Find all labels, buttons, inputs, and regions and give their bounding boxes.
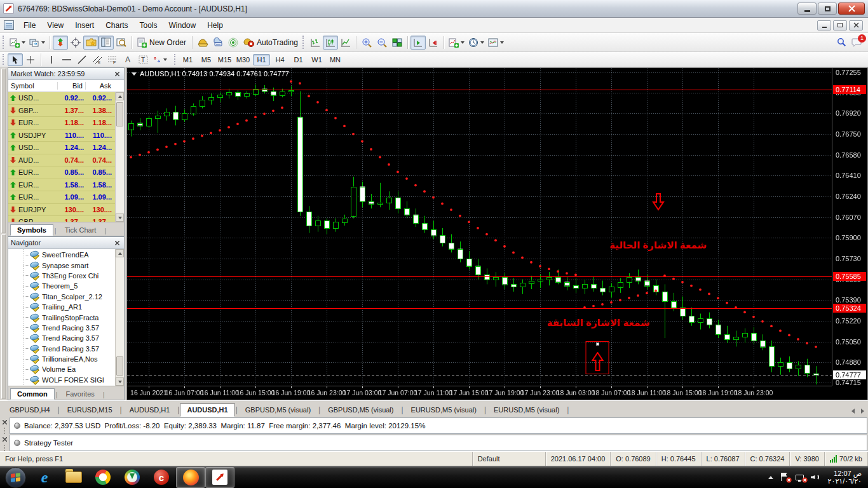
market-watch-row[interactable]: USDJPY110....110.... [8, 130, 124, 142]
chart-tab-3[interactable]: AUDUSD,H1 [180, 403, 234, 417]
templates-button[interactable] [486, 36, 506, 50]
navigator-item[interactable]: Trend Racing 3.57 [8, 333, 124, 343]
candlestick-chart-button[interactable] [323, 36, 338, 50]
menu-item-insert[interactable]: Insert [69, 19, 100, 32]
timeframe-w1[interactable]: W1 [308, 54, 325, 65]
arrows-dropdown-caret[interactable] [163, 58, 167, 61]
scroll-up-icon[interactable] [116, 249, 124, 257]
market-watch-row[interactable]: EURJPY130....130.... [8, 204, 124, 217]
column-symbol[interactable]: Symbol [8, 82, 58, 90]
templates-dropdown-caret[interactable] [500, 41, 504, 44]
chart-window-icon[interactable] [4, 20, 14, 30]
annotation-selection-handle[interactable] [596, 342, 599, 346]
scripts-button[interactable] [210, 36, 226, 50]
market-watch-toggle-button[interactable] [98, 36, 114, 50]
maximize-button[interactable] [818, 3, 837, 15]
chart-tab-1[interactable]: EURUSD,M15 [60, 403, 119, 417]
child-close-button[interactable] [849, 20, 863, 30]
market-watch-row[interactable]: GBP...1.37...1.37... [8, 216, 124, 222]
favorites-folder-button[interactable] [83, 36, 98, 50]
navigator-item[interactable]: TrailingStopFracta [8, 312, 124, 322]
tester-grip[interactable] [0, 435, 10, 451]
market-watch-row[interactable]: EUR...1.09...1.09... [8, 191, 124, 204]
menu-item-window[interactable]: Window [163, 19, 202, 32]
column-bid[interactable]: Bid [58, 82, 86, 90]
auto-scroll-button[interactable] [410, 36, 426, 50]
navigator-item[interactable]: WOLF FOREX SIGI [8, 375, 124, 385]
close-button[interactable] [838, 3, 865, 15]
timeframe-m15[interactable]: M15 [216, 54, 233, 65]
market-watch-titlebar[interactable]: Market Watch: 23:59:59 [8, 68, 124, 80]
cursor-button[interactable] [8, 53, 23, 66]
scroll-thumb[interactable] [116, 102, 123, 126]
action-center-flag-icon[interactable] [779, 473, 789, 482]
firefox-icon[interactable] [176, 467, 205, 488]
tabs-scroll-left-icon[interactable] [851, 409, 855, 414]
chat-icon[interactable]: 1 [851, 38, 862, 47]
market-watch-row[interactable]: AUD...0.74...0.74... [8, 154, 124, 167]
data-window-button[interactable] [114, 36, 129, 50]
navigator-item[interactable]: TrillionaireEA,Nos [8, 354, 124, 364]
crosshair-target-button[interactable] [68, 36, 83, 50]
line-chart-button[interactable] [338, 36, 353, 50]
trendline-button[interactable] [74, 53, 90, 66]
download-manager-icon[interactable] [118, 467, 147, 488]
start-button[interactable] [5, 467, 26, 488]
timeframe-h4[interactable]: H4 [271, 54, 288, 65]
child-minimize-button[interactable] [817, 20, 831, 30]
channel-button[interactable]: E [90, 53, 105, 66]
timeframe-d1[interactable]: D1 [290, 54, 307, 65]
expert-advisors-button[interactable] [195, 36, 210, 50]
network-status-icon[interactable] [795, 473, 805, 482]
market-watch-row[interactable]: USD...1.24...1.24... [8, 142, 124, 154]
vertical-line-button[interactable] [44, 53, 59, 66]
menu-item-tools[interactable]: Tools [134, 19, 163, 32]
chart-tab-0[interactable]: GBPUSD,H4 [3, 403, 57, 417]
market-watch-row[interactable]: USD...0.92...0.92... [8, 92, 124, 105]
file-explorer-icon[interactable] [59, 467, 88, 488]
annotation-current-signal-label[interactable]: شمعة الاشارة الحالية [610, 240, 707, 251]
show-hidden-icons[interactable] [768, 476, 773, 479]
new-chart-dropdown-caret[interactable] [22, 41, 25, 44]
menu-item-charts[interactable]: Charts [100, 19, 133, 32]
minimize-button[interactable] [797, 3, 817, 15]
navigator-tab-favorites[interactable]: Favorites [59, 388, 102, 400]
chrome-icon[interactable] [88, 467, 118, 488]
indicators-button[interactable] [447, 36, 466, 50]
chart-tab-2[interactable]: AUDUSD,H1 [123, 403, 177, 417]
red-c-app-icon[interactable]: c [147, 467, 176, 488]
taskbar-clock[interactable]: 12:07 ص ٢٠٢١/٠٦/٢٠ [825, 470, 862, 485]
timeframe-mn[interactable]: MN [327, 54, 344, 65]
chart-tab-7[interactable]: EURUSD,M5 (visual) [487, 403, 566, 417]
periods-dropdown-caret[interactable] [480, 41, 484, 44]
market-watch-tab-symbols[interactable]: Symbols [10, 224, 53, 236]
chart-tab-5[interactable]: GBPUSD,M5 (visual) [321, 403, 400, 417]
navigator-item[interactable]: Th3Eng Forex Chi [8, 271, 124, 281]
tile-windows-button[interactable] [390, 36, 405, 50]
horizontal-line-button[interactable] [59, 53, 74, 66]
terminal-close-icon[interactable] [1, 418, 9, 426]
navigator-item[interactable]: Titan_Scalper_2.12 [8, 292, 124, 302]
time-axis[interactable]: 16 Jun 202116 Jun 07:0016 Jun 11:0016 Ju… [127, 386, 832, 400]
price-axis[interactable]: 0.772550.770850.769200.767500.765800.764… [832, 68, 867, 386]
menu-item-help[interactable]: Help [201, 19, 229, 32]
menu-item-file[interactable]: File [18, 19, 41, 32]
internet-explorer-icon[interactable]: e [30, 467, 59, 488]
scroll-thumb[interactable] [116, 356, 123, 376]
zoom-out-button[interactable] [374, 36, 390, 50]
navigator-item[interactable]: Trend Racing 3.57 [8, 344, 124, 354]
chart-shift-button[interactable] [426, 36, 441, 50]
bar-chart-button[interactable] [308, 36, 323, 50]
text-button[interactable]: A [120, 53, 135, 66]
status-profile[interactable]: Default [473, 452, 546, 466]
navigator-item[interactable]: Trend Racing 3.57 [8, 323, 124, 333]
market-watch-row[interactable]: EUR...1.18...1.18... [8, 117, 124, 130]
market-watch-row[interactable]: EUR...0.85...0.85... [8, 166, 124, 179]
timeframe-m30[interactable]: M30 [234, 54, 252, 65]
timeframe-m1[interactable]: M1 [179, 54, 196, 65]
tester-close-icon[interactable] [1, 435, 9, 444]
annotation-down-arrow[interactable] [652, 193, 665, 211]
chart-tab-4[interactable]: GBPUSD,M5 (visual) [238, 403, 318, 417]
arrows-button[interactable] [151, 53, 169, 66]
profiles-button[interactable] [27, 36, 47, 50]
